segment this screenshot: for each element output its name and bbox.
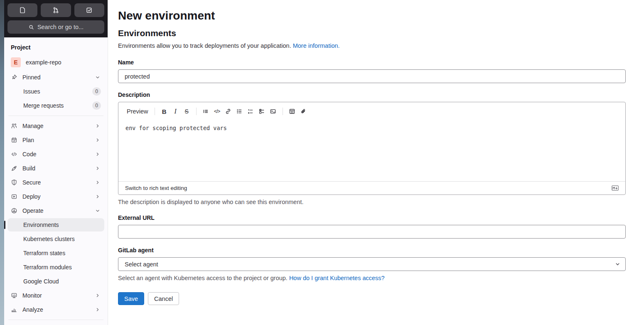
link-button[interactable] xyxy=(223,106,234,116)
sidebar-item-label: Build xyxy=(22,165,89,172)
merge-requests-shortcut-button[interactable] xyxy=(41,3,71,17)
sidebar-item-secure[interactable]: Secure xyxy=(7,176,104,189)
sidebar-item-monitor[interactable]: Monitor xyxy=(7,289,104,302)
sidebar-section-label: Project xyxy=(4,39,108,54)
sidebar-item-label: Secure xyxy=(22,179,89,186)
agent-select-value: Select agent xyxy=(125,261,158,268)
section-title: Environments xyxy=(118,28,626,38)
chevron-right-icon xyxy=(94,123,101,129)
switch-rich-text-button[interactable]: Switch to rich text editing xyxy=(125,185,187,191)
sidebar-item-environments[interactable]: Environments xyxy=(7,218,104,231)
issues-shortcut-button[interactable] xyxy=(7,3,37,17)
search-input[interactable]: Search or go to... xyxy=(7,20,104,34)
sidebar-item-code[interactable]: Code xyxy=(7,148,104,161)
sidebar-divider xyxy=(8,320,103,320)
kubernetes-access-link[interactable]: How do I grant Kubernetes access? xyxy=(289,275,385,281)
collapsible-section-button[interactable] xyxy=(268,106,279,116)
agent-help-text: Select an agent with Kubernetes access t… xyxy=(118,275,626,281)
markdown-icon xyxy=(612,185,619,191)
sidebar-item-merge-requests[interactable]: Merge requests 0 xyxy=(7,99,104,112)
description-field-group: Description Preview B I S </> xyxy=(118,91,626,205)
strikethrough-button[interactable]: S xyxy=(181,106,192,116)
monitor-icon xyxy=(11,292,17,299)
italic-button[interactable]: I xyxy=(170,106,181,116)
description-label: Description xyxy=(118,91,626,98)
bullet-list-button[interactable] xyxy=(234,106,245,116)
cancel-button[interactable]: Cancel xyxy=(148,292,179,305)
page-title: New environment xyxy=(118,9,626,22)
todos-shortcut-button[interactable] xyxy=(74,3,104,17)
sidebar-item-label: Monitor xyxy=(22,292,89,299)
sidebar-item-label: Analyze xyxy=(22,306,89,313)
sidebar-item-build[interactable]: Build xyxy=(7,162,104,175)
gitlab-agent-label: GitLab agent xyxy=(118,247,626,254)
attach-file-button[interactable] xyxy=(298,106,309,116)
sidebar-item-pinned[interactable]: Pinned xyxy=(7,71,104,84)
sidebar-item-google-cloud[interactable]: Google Cloud xyxy=(7,275,104,288)
chart-icon xyxy=(11,306,17,313)
numbered-list-button[interactable] xyxy=(245,106,256,116)
sidebar: Search or go to... Project E example-rep… xyxy=(4,0,108,325)
chevron-right-icon xyxy=(94,165,101,172)
chevron-right-icon xyxy=(94,193,101,200)
chevron-right-icon xyxy=(94,306,101,313)
sidebar-item-kubernetes-clusters[interactable]: Kubernetes clusters xyxy=(7,232,104,246)
sidebar-item-label: Operate xyxy=(22,207,89,214)
toolbar-divider xyxy=(155,108,155,115)
sidebar-project-row[interactable]: E example-repo xyxy=(7,55,104,70)
sidebar-item-label: Code xyxy=(22,151,89,158)
sidebar-item-label: Pinned xyxy=(22,74,89,81)
merge-requests-count-badge: 0 xyxy=(92,101,101,110)
search-placeholder: Search or go to... xyxy=(37,24,84,30)
chevron-down-icon xyxy=(615,261,621,267)
code-button[interactable]: </> xyxy=(211,106,223,116)
chevron-down-icon xyxy=(94,207,101,214)
name-input[interactable] xyxy=(118,69,626,83)
sidebar-item-label: Terraform states xyxy=(23,250,101,256)
sidebar-item-plan[interactable]: Plan xyxy=(7,133,104,147)
issues-count-badge: 0 xyxy=(92,87,101,96)
sidebar-item-label: Terraform modules xyxy=(23,264,101,271)
intro-text: Environments allow you to track deployme… xyxy=(118,42,626,49)
sidebar-item-analyze[interactable]: Analyze xyxy=(7,303,104,316)
more-information-link[interactable]: More information. xyxy=(293,42,340,49)
sidebar-item-label: Merge requests xyxy=(23,102,87,109)
search-icon xyxy=(28,24,34,30)
project-avatar: E xyxy=(11,57,21,67)
chevron-right-icon xyxy=(94,137,101,143)
chevron-right-icon xyxy=(94,179,101,186)
agent-select[interactable]: Select agent xyxy=(118,257,626,271)
rocket-icon xyxy=(11,165,17,172)
form-actions: Save Cancel xyxy=(118,292,626,305)
sidebar-item-terraform-modules[interactable]: Terraform modules xyxy=(7,261,104,274)
sidebar-item-manage[interactable]: Manage xyxy=(7,119,104,133)
sidebar-item-label: Plan xyxy=(22,137,89,143)
table-button[interactable] xyxy=(287,106,298,116)
window-edge-strip xyxy=(0,0,4,325)
sidebar-item-label: Kubernetes clusters xyxy=(23,236,101,242)
sidebar-item-terraform-states[interactable]: Terraform states xyxy=(7,246,104,260)
pin-icon xyxy=(11,74,17,81)
save-button[interactable]: Save xyxy=(118,292,144,305)
task-list-button[interactable] xyxy=(256,106,268,116)
code-icon xyxy=(11,151,17,158)
sidebar-item-operate[interactable]: Operate xyxy=(7,204,104,217)
merge-request-icon xyxy=(52,7,59,14)
sidebar-topbar: Search or go to... xyxy=(4,0,108,37)
sidebar-item-deploy[interactable]: Deploy xyxy=(7,190,104,203)
chevron-down-icon xyxy=(94,74,101,81)
preview-button[interactable]: Preview xyxy=(124,108,151,115)
chevron-right-icon xyxy=(94,292,101,299)
description-help-text: The description is displayed to anyone w… xyxy=(118,199,626,205)
quote-button[interactable] xyxy=(200,106,211,116)
description-textarea[interactable]: env for scoping protected vars xyxy=(118,120,625,181)
issues-icon xyxy=(19,7,26,14)
sidebar-item-issues[interactable]: Issues 0 xyxy=(7,85,104,98)
external-url-label: External URL xyxy=(118,214,626,221)
external-url-input[interactable] xyxy=(118,225,626,239)
sidebar-divider xyxy=(8,116,103,116)
agent-field-group: GitLab agent Select agent Select an agen… xyxy=(118,247,626,281)
bold-button[interactable]: B xyxy=(159,106,170,116)
name-label: Name xyxy=(118,59,626,66)
markdown-editor-footer: Switch to rich text editing xyxy=(118,181,625,195)
